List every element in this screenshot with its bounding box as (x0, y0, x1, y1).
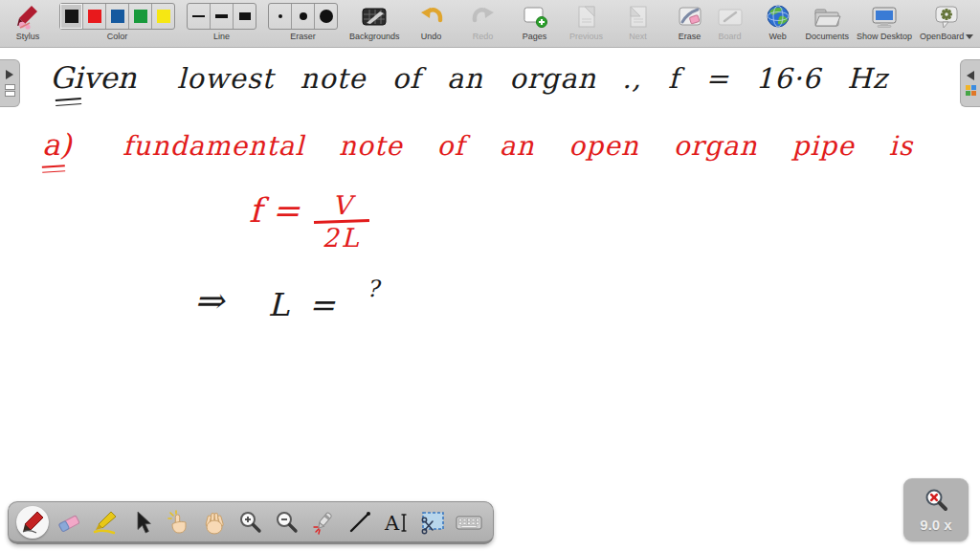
ink-implies-arrow: ⇒ (194, 283, 224, 319)
highlighter-icon (92, 509, 119, 536)
capture-area-tool-button[interactable] (416, 506, 449, 539)
top-toolbar: Stylus (0, 0, 980, 48)
laser-pointer-tool-button[interactable] (307, 506, 340, 539)
reset-zoom-magnifier-icon (922, 487, 950, 516)
line-icon (346, 509, 373, 536)
openboard-window: Stylus (0, 0, 980, 551)
openboard-menu-button[interactable]: OpenBoard (920, 3, 973, 41)
undo-button[interactable]: Undo (412, 3, 452, 41)
ink-part-a: a) (42, 130, 72, 160)
svg-text:A: A (384, 512, 400, 535)
show-desktop-button[interactable]: Show Desktop (857, 3, 912, 41)
board-mode-button[interactable]: Board (710, 3, 750, 41)
zoom-level-value: 9.0 x (920, 517, 951, 533)
erase-page-icon (677, 3, 703, 31)
line-medium-button[interactable] (211, 4, 234, 29)
web-mode-button[interactable]: Web (758, 3, 798, 41)
medium-eraser-icon (300, 12, 307, 20)
zoom-level-widget[interactable]: 9.0 x (903, 478, 969, 541)
stylus-icon (14, 3, 41, 31)
documents-mode-label: Documents (806, 32, 850, 41)
medium-line-icon (215, 14, 228, 18)
documents-mode-button[interactable]: Documents (806, 3, 850, 41)
color-group: Color (59, 3, 175, 41)
thin-line-icon (192, 15, 205, 17)
openboard-settings-icon (932, 3, 961, 31)
large-eraser-icon (320, 10, 333, 23)
color-swatch-black[interactable] (60, 4, 83, 29)
eraser-tool-button[interactable] (53, 506, 85, 539)
stylus-tool-palette: A (8, 501, 494, 544)
keyboard-icon (455, 509, 483, 536)
line-tool-button[interactable] (344, 506, 376, 539)
redo-label: Redo (473, 32, 494, 41)
eraser-large-button[interactable] (315, 4, 337, 29)
backgrounds-button[interactable]: Backgrounds (349, 3, 400, 41)
pages-button[interactable]: Pages (515, 3, 555, 41)
part-a-underline (42, 165, 65, 173)
pan-tool-button[interactable] (198, 506, 231, 539)
line-thick-button[interactable] (234, 4, 256, 29)
tap-finger-icon (165, 509, 191, 536)
previous-page-icon (573, 3, 600, 31)
text-icon: A (382, 509, 411, 536)
interact-tool-button[interactable] (162, 506, 194, 539)
fraction-numerator: V (314, 191, 369, 220)
next-page-label: Next (629, 32, 647, 41)
next-page-button[interactable]: Next (618, 3, 658, 41)
ink-given: Given (50, 63, 137, 93)
next-page-icon (625, 3, 652, 31)
color-swatch-yellow[interactable] (152, 4, 174, 29)
text-tool-button[interactable]: A (380, 506, 412, 539)
selector-tool-button[interactable] (125, 506, 158, 539)
zoom-out-tool-button[interactable] (271, 506, 303, 539)
ink-question-mark: ? (367, 277, 379, 300)
whiteboard-canvas[interactable]: Given lowest note of an organ ., f = 16·… (0, 48, 980, 551)
backgrounds-label: Backgrounds (349, 32, 400, 41)
pen-tool-button[interactable] (16, 506, 49, 539)
board-mode-icon (717, 3, 744, 31)
green-swatch (134, 10, 147, 23)
eraser-icon (56, 509, 82, 536)
color-swatch-red[interactable] (83, 4, 106, 29)
zoom-in-icon (237, 509, 264, 536)
previous-page-button[interactable]: Previous (567, 3, 607, 41)
openboard-menu-caret-icon (966, 34, 973, 39)
undo-label: Undo (421, 32, 442, 41)
pan-hand-icon (201, 509, 228, 536)
eraser-group-label: Eraser (290, 32, 316, 41)
ink-line2: fundamental note of an open organ pipe i… (122, 133, 913, 160)
capture-area-icon (419, 509, 446, 536)
pen-icon (19, 509, 46, 536)
thick-line-icon (239, 12, 251, 20)
stylus-button[interactable]: Stylus (8, 3, 48, 41)
ink-fraction-v-over-2l: V 2L (314, 191, 369, 253)
cursor-arrow-icon (128, 509, 155, 536)
highlighter-tool-button[interactable] (89, 506, 122, 539)
color-swatch-green[interactable] (129, 4, 152, 29)
eraser-medium-button[interactable] (292, 4, 315, 29)
erase-page-button[interactable]: Erase (670, 3, 710, 41)
toolbar-left-cluster: Stylus (8, 3, 710, 47)
previous-page-label: Previous (569, 32, 603, 41)
color-swatch-blue[interactable] (106, 4, 129, 29)
ink-line1: lowest note of an organ ., f = 16·6 Hz (177, 65, 888, 93)
web-globe-icon (765, 3, 791, 31)
openboard-menu-label: OpenBoard (920, 32, 964, 41)
pages-icon (522, 3, 548, 31)
virtual-keyboard-tool-button[interactable] (453, 506, 485, 539)
zoom-in-tool-button[interactable] (234, 506, 267, 539)
redo-button[interactable]: Redo (463, 3, 503, 41)
line-group: Line (187, 3, 256, 41)
line-group-label: Line (213, 32, 230, 41)
web-mode-label: Web (768, 32, 786, 41)
eraser-group: Eraser (268, 3, 338, 41)
small-eraser-icon (278, 14, 282, 18)
eraser-small-button[interactable] (269, 4, 292, 29)
black-swatch (65, 10, 78, 23)
line-thin-button[interactable] (188, 4, 211, 29)
redo-icon (470, 3, 497, 31)
laser-pointer-icon (310, 509, 337, 536)
yellow-swatch (157, 10, 170, 23)
documents-folder-icon (813, 3, 841, 31)
